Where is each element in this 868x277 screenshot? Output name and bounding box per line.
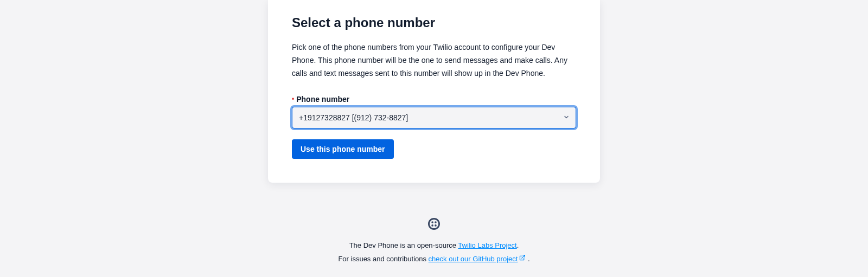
phone-number-select[interactable]: +19127328827 [(912) 732-8827] [292, 107, 576, 128]
footer: The Dev Phone is an open-source Twilio L… [338, 217, 529, 276]
twilio-labs-link[interactable]: Twilio Labs Project [458, 241, 516, 249]
svg-point-0 [431, 222, 433, 224]
phone-number-select-wrapper: +19127328827 [(912) 732-8827] [292, 107, 576, 128]
footer-line-2: For issues and contributions check out o… [338, 254, 529, 265]
footer-text: The Dev Phone is an open-source [349, 241, 458, 249]
card-description: Pick one of the phone numbers from your … [292, 41, 576, 80]
svg-point-2 [431, 224, 433, 227]
footer-text: . [517, 241, 519, 249]
phone-number-label: Phone number [296, 95, 349, 104]
form-label-row: • Phone number [292, 95, 576, 104]
phone-number-card: Select a phone number Pick one of the ph… [268, 0, 600, 183]
card-title: Select a phone number [292, 15, 576, 30]
footer-text: For issues and contributions [338, 255, 428, 263]
github-project-link[interactable]: check out our GitHub project [429, 255, 526, 263]
required-asterisk-icon: • [292, 96, 294, 102]
github-link-text: check out our GitHub project [429, 255, 518, 263]
use-phone-number-button[interactable]: Use this phone number [292, 139, 394, 159]
svg-point-1 [435, 222, 437, 224]
svg-point-3 [435, 224, 437, 227]
twilio-logo-icon [427, 217, 441, 230]
footer-line-1: The Dev Phone is an open-source Twilio L… [338, 240, 529, 252]
external-link-icon [519, 254, 526, 265]
footer-text: . [526, 255, 529, 263]
